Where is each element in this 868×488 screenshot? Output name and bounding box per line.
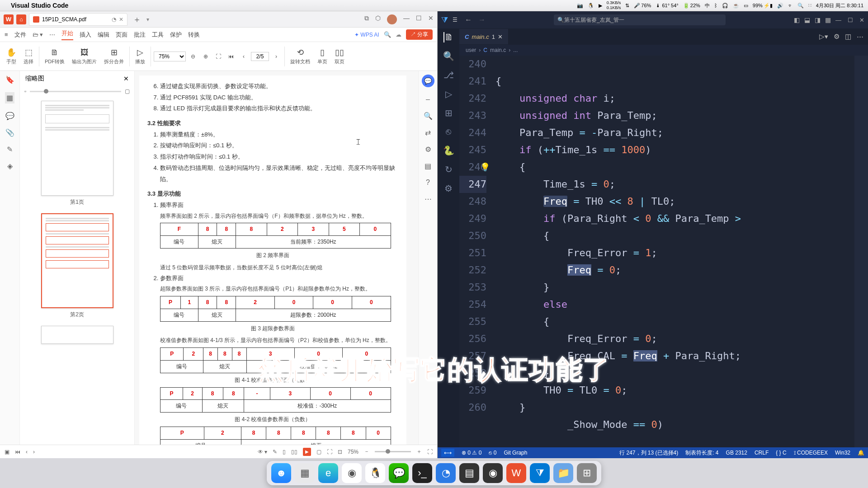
dock-folder[interactable]: 📁 xyxy=(553,463,573,483)
sb-zoom-in[interactable]: ＋ xyxy=(416,448,422,455)
thumbnail-page-3[interactable] xyxy=(24,326,130,344)
document-viewport[interactable]: 通过键盘实现界面切换、参数设定等功能。 通过 PCF8591 实现 DAC 输出… xyxy=(135,71,418,445)
remote-button[interactable]: ⟷ xyxy=(441,449,454,457)
code-area[interactable]: 💡{ unsigned char i; unsigned int Para_Te… xyxy=(492,56,854,447)
menu-edit[interactable]: 编辑 xyxy=(98,31,109,39)
sb-tool3-icon[interactable]: ⊡ xyxy=(338,449,342,455)
win-close-button[interactable]: ✕ xyxy=(859,17,864,23)
lightbulb-icon[interactable]: 💡 xyxy=(480,159,490,176)
penguin-icon[interactable]: 🐧 xyxy=(588,3,594,9)
dock-wechat[interactable]: 💬 xyxy=(389,463,409,483)
new-tab-button[interactable]: ＋ xyxy=(130,14,144,25)
avatar[interactable] xyxy=(387,14,397,24)
explorer-icon[interactable]: 🗎 xyxy=(443,32,453,42)
dock-wps[interactable]: W xyxy=(506,463,526,483)
dock-finder[interactable]: ☻ xyxy=(271,463,291,483)
more-icon[interactable]: ⋯ xyxy=(425,195,432,203)
hamburger-icon[interactable]: ☰ xyxy=(453,17,458,23)
help-icon[interactable]: ? xyxy=(426,178,430,187)
win-maximize-button[interactable]: ☐ xyxy=(848,17,853,23)
dock-chrome[interactable]: ◉ xyxy=(342,463,362,483)
search-button[interactable]: 🔍 xyxy=(384,31,391,38)
split-editor-icon[interactable]: ◫ xyxy=(845,33,851,41)
play-button[interactable]: ▷播放 xyxy=(132,47,148,65)
active-app-name[interactable]: Visual Studio Code xyxy=(11,2,68,9)
ime-icon[interactable]: 中 xyxy=(705,2,710,9)
cube-icon[interactable]: ⬡ xyxy=(375,14,381,24)
volume-icon[interactable]: 🔊 xyxy=(777,3,783,9)
close-thumbnails-icon[interactable]: ✕ xyxy=(123,75,129,82)
sb-eye-icon[interactable]: 👁 ▾ xyxy=(258,449,267,455)
layout-bottom-icon[interactable]: ⬓ xyxy=(804,16,810,23)
edit-icon[interactable]: ✎ xyxy=(7,145,13,154)
restore-icon[interactable]: ⧉ xyxy=(364,14,369,24)
wps-document-tab[interactable]: 15P1D_SCMA.pdf ◔ ✕ xyxy=(29,13,127,26)
code-editor[interactable]: 2402412422432442452462472482492502512522… xyxy=(459,56,868,447)
menu-insert[interactable]: 插入 xyxy=(80,31,91,39)
tab-dropdown-icon[interactable]: ▾ xyxy=(146,16,149,23)
sb-zoom-slider[interactable] xyxy=(375,451,411,452)
maximize-button[interactable]: ☐ xyxy=(416,14,422,24)
share-button[interactable]: ↗ 分享 xyxy=(406,29,433,40)
source-control-icon[interactable]: ⎇ xyxy=(443,70,454,80)
indent-button[interactable]: 制表符长度: 4 xyxy=(685,449,718,457)
page-input[interactable] xyxy=(251,52,269,61)
dock-terminal[interactable]: ›_ xyxy=(412,463,432,483)
transform-icon[interactable]: ⇄ xyxy=(425,128,431,137)
tab-close-icon[interactable]: ✕ xyxy=(119,16,123,23)
menu-tool[interactable]: 工具 xyxy=(152,31,164,39)
codegeex-button[interactable]: ⟟ CODEGEEX xyxy=(794,450,828,456)
wifi-icon[interactable]: ᯤ xyxy=(788,3,793,8)
menu-file[interactable]: 文件 xyxy=(14,31,26,39)
errors-button[interactable]: ⊗ 0 ⚠ 0 xyxy=(462,450,481,456)
comment-icon[interactable]: 💬 xyxy=(5,112,14,120)
sb-tool2-icon[interactable]: ⛶ xyxy=(327,449,332,455)
bookmark-icon[interactable]: 🔖 xyxy=(5,75,14,84)
cursor-pos[interactable]: 行 247，列 13 (已选择4) xyxy=(619,449,678,457)
layout-right-icon[interactable]: ◨ xyxy=(815,16,821,23)
editor-tab-main[interactable]: C main.c 1 ✕ xyxy=(459,29,509,44)
dock-qq[interactable]: 🐧 xyxy=(365,463,385,483)
sb-zoom-label[interactable]: 75% xyxy=(348,449,359,455)
sync-icon[interactable]: ↻ xyxy=(445,164,453,175)
battery2-icon[interactable]: 99% ⚡▮ xyxy=(753,3,773,9)
ports-button[interactable]: ⎋ 0 xyxy=(489,450,496,456)
sb-view2-icon[interactable]: ▯▯ xyxy=(291,449,297,455)
zoom-out-button[interactable]: ⊖ xyxy=(188,51,198,62)
double-page-button[interactable]: ▯▯双页 xyxy=(332,47,347,65)
wps-ai-button[interactable]: ✦ WPS AI xyxy=(354,32,379,38)
fit-button[interactable]: ⛶ xyxy=(213,51,224,62)
dock-edge[interactable]: e xyxy=(318,463,338,483)
more-actions-icon[interactable]: ⋯ xyxy=(857,33,863,41)
close-button[interactable]: ✕ xyxy=(428,14,434,24)
zoom-out-icon[interactable]: – xyxy=(426,95,430,103)
play-icon[interactable]: ▶ xyxy=(599,3,602,9)
folder-icon[interactable]: 🗁 ▾ xyxy=(33,31,43,38)
minimize-button[interactable]: — xyxy=(403,14,410,24)
clock[interactable]: 4月30日 周二 8:30:11 xyxy=(816,2,863,9)
thumbnails-icon[interactable]: ▦ xyxy=(5,92,14,103)
search-icon[interactable]: 🔍 xyxy=(797,3,804,9)
bell-icon[interactable]: 🔔 xyxy=(858,450,864,456)
thumb-size-slider[interactable] xyxy=(30,91,121,92)
export-image[interactable]: 🖼输出为图片 xyxy=(69,48,99,65)
wps-logo-icon[interactable]: W xyxy=(4,14,14,24)
dock-monitor[interactable]: ▤ xyxy=(459,463,479,483)
sb-view1-icon[interactable]: ▯ xyxy=(283,449,286,455)
split-merge[interactable]: ⊞拆分合并 xyxy=(101,47,127,65)
thumb-small-icon[interactable]: ▫ xyxy=(24,88,26,94)
chip-icon[interactable]: ⚙ xyxy=(444,183,453,194)
dock-obs[interactable]: ◉ xyxy=(483,463,503,483)
more-icon[interactable]: ⋯ xyxy=(49,31,55,38)
battery-icon[interactable]: 🔋 22% xyxy=(683,3,700,9)
minimap[interactable] xyxy=(854,56,868,447)
layout-left-icon[interactable]: ◧ xyxy=(794,16,800,23)
attachment-icon[interactable]: 📎 xyxy=(5,128,14,137)
lang-button[interactable]: { } C xyxy=(776,450,786,456)
remote-icon[interactable]: ⎋ xyxy=(446,127,451,137)
python-icon[interactable]: 🐍 xyxy=(443,145,454,156)
settings-gear-icon[interactable]: ⚙ xyxy=(834,33,840,41)
debug-icon[interactable]: ▷ xyxy=(445,89,452,99)
dock-todesk[interactable]: ◔ xyxy=(436,463,456,483)
ai-chat-button[interactable]: 💬 xyxy=(422,75,434,87)
